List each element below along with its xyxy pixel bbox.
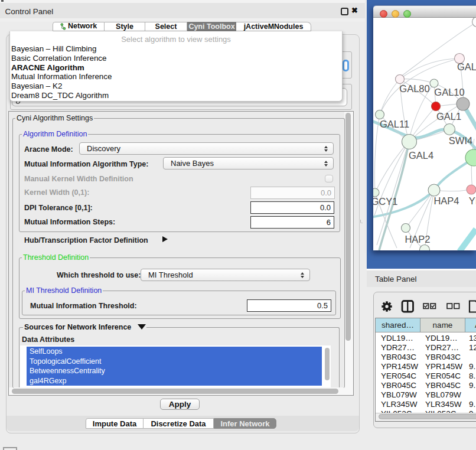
- svg-text:GAL1: GAL1: [436, 111, 461, 122]
- svg-text:GCY1: GCY1: [373, 196, 397, 207]
- svg-text:GAL10: GAL10: [434, 87, 464, 97]
- svg-text:YM: YM: [469, 195, 476, 206]
- svg-text:GAL4: GAL4: [409, 150, 433, 161]
- svg-text:GAL80: GAL80: [399, 83, 429, 94]
- svg-text:GAL7: GAL7: [457, 61, 476, 72]
- svg-text:HAP4: HAP4: [433, 195, 459, 206]
- svg-text:SWI4: SWI4: [449, 135, 472, 146]
- svg-text:GAL11: GAL11: [380, 119, 409, 129]
- svg-text:HAP2: HAP2: [405, 234, 430, 244]
